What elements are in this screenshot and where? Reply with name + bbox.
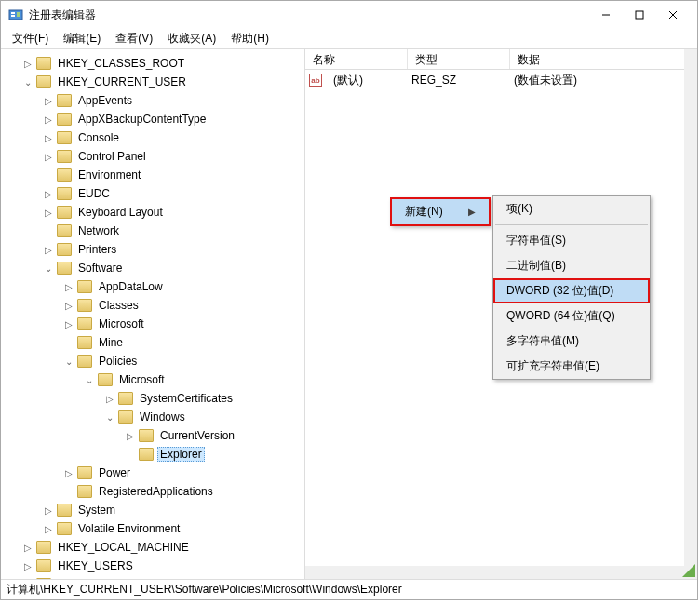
folder-icon [77,336,92,349]
expander-icon[interactable]: ▷ [42,150,55,163]
cell-type: REG_SZ [404,72,506,88]
close-button[interactable] [656,4,690,26]
ctx-separator [495,224,648,225]
tree-node-appx[interactable]: AppXBackupContentType [75,112,209,127]
folder-icon [77,317,92,330]
tree-node-mine[interactable]: Mine [96,335,126,350]
tree-node-classes[interactable]: Classes [96,298,141,313]
tree-node-hklm[interactable]: HKEY_LOCAL_MACHINE [55,540,192,555]
tree-node-policies[interactable]: Policies [96,354,140,369]
expander-icon[interactable]: ⌄ [62,355,75,368]
ctx-dword[interactable]: DWORD (32 位)值(D) [493,278,650,303]
tree-node-explorer[interactable]: Explorer [157,447,205,462]
tree-node-eudc[interactable]: EUDC [75,186,113,201]
svg-rect-3 [17,12,20,17]
expander-icon[interactable]: ▷ [42,113,55,126]
menu-help[interactable]: 帮助(H) [223,29,276,48]
tree-node-console[interactable]: Console [75,130,122,145]
ctx-new[interactable]: 新建(N) ▶ [392,199,489,224]
folder-icon [77,280,92,293]
expander-icon[interactable]: ▷ [103,392,116,405]
tree-node-system[interactable]: System [75,503,118,518]
folder-icon [118,410,133,424]
tree-node-regapps[interactable]: RegisteredApplications [96,484,216,499]
ctx-string[interactable]: 字符串值(S) [493,228,650,253]
expander-icon[interactable]: ▷ [42,504,55,517]
tree-node-network[interactable]: Network [75,223,122,238]
expander-icon[interactable]: ⌄ [42,262,55,275]
minimize-button[interactable] [589,4,623,26]
menu-favorites[interactable]: 收藏夹(A) [160,29,223,48]
folder-icon [139,429,154,442]
expander-icon[interactable]: ▷ [62,317,75,330]
expander-icon[interactable] [62,485,75,498]
list-row[interactable]: ab (默认) REG_SZ (数值未设置) [305,70,697,90]
resize-grip-icon[interactable] [682,564,695,577]
tree-node-microsoft[interactable]: Microsoft [96,316,147,331]
col-data[interactable]: 数据 [510,49,697,69]
tree-node-windows[interactable]: Windows [137,410,188,424]
tree-node-hkcr[interactable]: HKEY_CLASSES_ROOT [55,56,187,71]
svg-rect-2 [11,15,15,17]
expander-icon[interactable]: ▷ [21,57,34,70]
menu-edit[interactable]: 编辑(E) [56,29,108,48]
tree-node-cpanel[interactable]: Control Panel [75,149,149,164]
horizontal-scrollbar[interactable] [305,566,697,579]
svg-rect-1 [11,12,15,14]
ctx-multistring[interactable]: 多字符串值(M) [493,329,650,354]
ctx-key[interactable]: 项(K) [493,196,650,222]
expander-icon[interactable]: ▷ [42,131,55,144]
folder-icon [118,392,133,405]
tree-node-software[interactable]: Software [75,261,125,276]
tree-pane[interactable]: ▷HKEY_CLASSES_ROOT ⌄HKEY_CURRENT_USER ▷A… [1,49,305,579]
tree-node-pol-microsoft[interactable]: Microsoft [116,372,168,387]
folder-icon [139,448,154,461]
tree-node-env[interactable]: Environment [75,168,143,182]
expander-icon[interactable]: ▷ [21,559,34,572]
folder-icon [36,75,51,88]
expander-icon[interactable]: ⌄ [103,410,116,424]
col-name[interactable]: 名称 [305,49,408,69]
tree-node-syscerts[interactable]: SystemCertificates [137,391,236,406]
vertical-scrollbar[interactable] [684,49,697,579]
expander-icon[interactable]: ▷ [42,243,55,256]
expander-icon[interactable]: ▷ [21,578,34,579]
menu-view[interactable]: 查看(V) [108,29,160,48]
tree-node-appevents[interactable]: AppEvents [75,93,135,108]
window-title: 注册表编辑器 [29,7,589,23]
menu-file[interactable]: 文件(F) [5,29,56,48]
cell-data: (数值未设置) [506,71,585,90]
expander-icon[interactable] [42,224,55,237]
tree-node-hku[interactable]: HKEY_USERS [55,558,136,573]
expander-icon[interactable]: ▷ [124,429,137,442]
expander-icon[interactable]: ▷ [42,187,55,200]
ctx-binary[interactable]: 二进制值(B) [493,253,650,278]
col-type[interactable]: 类型 [408,49,510,69]
folder-icon [98,373,113,386]
maximize-button[interactable] [623,4,656,26]
expander-icon[interactable]: ⌄ [83,373,96,386]
expander-icon[interactable]: ▷ [62,466,75,479]
expander-icon[interactable] [62,336,75,349]
tree-node-volenv[interactable]: Volatile Environment [75,521,182,536]
ctx-expstring[interactable]: 可扩充字符串值(E) [493,354,650,379]
expander-icon[interactable]: ▷ [42,206,55,219]
expander-icon[interactable]: ▷ [62,280,75,293]
expander-icon[interactable]: ▷ [42,522,55,535]
tree-node-hkcu[interactable]: HKEY_CURRENT_USER [55,74,189,89]
expander-icon[interactable]: ▷ [62,299,75,312]
expander-icon[interactable]: ▷ [42,94,55,107]
tree-node-hkcc[interactable]: HKEY_CURRENT_CONFIG [55,577,201,579]
tree-node-printers[interactable]: Printers [75,242,119,257]
submenu-arrow-icon: ▶ [450,207,476,217]
tree-node-curver[interactable]: CurrentVersion [157,428,237,443]
expander-icon[interactable] [42,168,55,182]
folder-icon [57,187,72,200]
expander-icon[interactable]: ▷ [21,541,34,554]
tree-node-appdatalow[interactable]: AppDataLow [96,279,166,294]
expander-icon[interactable]: ⌄ [21,75,34,88]
tree-node-keyboard[interactable]: Keyboard Layout [75,205,166,220]
expander-icon[interactable] [124,448,137,461]
ctx-qword[interactable]: QWORD (64 位)值(Q) [493,303,650,329]
tree-node-power[interactable]: Power [96,465,133,480]
